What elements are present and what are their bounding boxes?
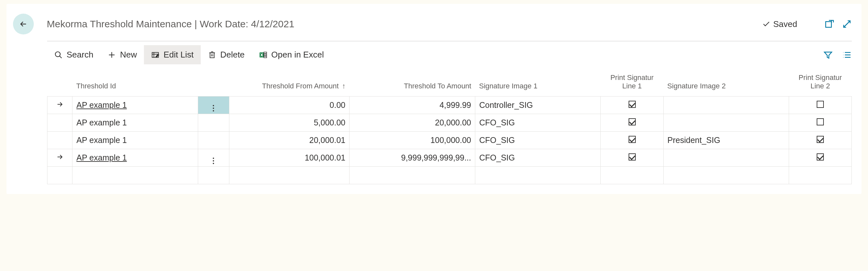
table-row[interactable]: AP example 120,000.01100,000.00CFO_SIGPr… (48, 131, 852, 149)
cell-line2[interactable] (789, 131, 851, 149)
svg-rect-5 (264, 52, 267, 53)
plus-icon (107, 51, 116, 59)
cell-to-amount[interactable]: 9,999,999,999,99... (349, 149, 475, 167)
search-button[interactable]: Search (47, 45, 100, 64)
row-indicator (48, 131, 72, 149)
saved-status: Saved (762, 19, 797, 29)
col-from-amount[interactable]: Threshold From Amount ↑ (229, 70, 349, 96)
list-view-icon[interactable] (842, 50, 852, 60)
new-label: New (120, 50, 137, 60)
edit-list-icon (151, 51, 159, 59)
checkbox-icon (817, 101, 824, 108)
row-menu-button[interactable] (198, 114, 229, 131)
sort-asc-icon: ↑ (342, 82, 346, 90)
cell-line1[interactable] (601, 131, 663, 149)
checkbox-icon (628, 101, 636, 108)
cell-from-amount[interactable]: 20,000.01 (229, 131, 349, 149)
cell-to-amount[interactable]: 4,999.99 (349, 96, 475, 114)
popout-icon[interactable] (825, 19, 834, 29)
col-to-amount[interactable]: Threshold To Amount (349, 70, 475, 96)
col-line1[interactable]: Print Signatur Line 1 (601, 70, 663, 96)
cell-from-amount[interactable]: 5,000.00 (229, 114, 349, 131)
svg-rect-0 (826, 22, 832, 28)
open-excel-button[interactable]: Open in Excel (252, 45, 331, 64)
checkbox-icon (628, 153, 636, 160)
svg-rect-3 (210, 53, 214, 58)
checkbox-icon (628, 136, 636, 143)
table-row-empty[interactable] (48, 167, 852, 184)
checkbox-icon (628, 118, 636, 125)
col-sig1[interactable]: Signature Image 1 (475, 70, 601, 96)
cell-sig2[interactable]: President_SIG (663, 131, 789, 149)
delete-button[interactable]: Delete (201, 45, 252, 64)
checkbox-icon (817, 153, 824, 160)
row-menu-button[interactable] (198, 96, 229, 114)
cell-line1[interactable] (601, 96, 663, 114)
cell-from-amount[interactable]: 0.00 (229, 96, 349, 114)
col-line2[interactable]: Print Signatur Line 2 (789, 70, 851, 96)
threshold-table: Threshold Id Threshold From Amount ↑ Thr… (47, 70, 852, 184)
cell-sig2[interactable] (663, 149, 789, 167)
cell-to-amount[interactable]: 100,000.00 (349, 131, 475, 149)
checkbox-icon (817, 136, 824, 143)
filter-icon[interactable] (823, 50, 833, 60)
cell-threshold-id[interactable]: AP example 1 (72, 114, 198, 131)
cell-threshold-id[interactable]: AP example 1 (72, 131, 198, 149)
table-row[interactable]: AP example 15,000.0020,000.00CFO_SIG (48, 114, 852, 131)
svg-rect-7 (264, 56, 267, 58)
cell-sig2[interactable] (663, 96, 789, 114)
cell-sig1[interactable]: CFO_SIG (475, 114, 601, 131)
cell-line2[interactable] (789, 149, 851, 167)
row-menu-button[interactable] (198, 131, 229, 149)
search-icon (54, 51, 63, 59)
saved-label: Saved (773, 19, 797, 29)
cell-threshold-id[interactable]: AP example 1 (72, 149, 198, 167)
edit-list-label: Edit List (163, 50, 194, 60)
svg-point-1 (55, 52, 60, 57)
expand-icon[interactable] (842, 19, 852, 29)
cell-from-amount[interactable]: 100,000.01 (229, 149, 349, 167)
cell-line1[interactable] (601, 114, 663, 131)
cell-sig1[interactable]: CFO_SIG (475, 149, 601, 167)
search-label: Search (67, 50, 93, 60)
arrow-left-icon (19, 20, 28, 29)
row-indicator (48, 114, 72, 131)
page-title: Mekorma Threshold Maintenance | Work Dat… (47, 19, 762, 30)
cell-sig1[interactable]: CFO_SIG (475, 131, 601, 149)
back-button[interactable] (13, 13, 34, 34)
row-indicator (48, 96, 72, 114)
table-row[interactable]: AP example 1100,000.019,999,999,999,99..… (48, 149, 852, 167)
cell-sig2[interactable] (663, 114, 789, 131)
edit-list-button[interactable]: Edit List (144, 45, 201, 64)
cell-threshold-id[interactable]: AP example 1 (72, 96, 198, 114)
cell-line2[interactable] (789, 96, 851, 114)
svg-rect-6 (264, 54, 267, 55)
col-threshold-id[interactable]: Threshold Id (72, 70, 198, 96)
checkbox-icon (817, 118, 824, 125)
delete-label: Delete (220, 50, 245, 60)
header-divider (47, 41, 852, 41)
open-excel-label: Open in Excel (271, 50, 324, 60)
check-icon (762, 20, 771, 28)
row-indicator (48, 149, 72, 167)
new-button[interactable]: New (100, 45, 144, 64)
cell-to-amount[interactable]: 20,000.00 (349, 114, 475, 131)
cell-sig1[interactable]: Controller_SIG (475, 96, 601, 114)
excel-icon (259, 51, 267, 59)
cell-line2[interactable] (789, 114, 851, 131)
toolbar: Search New Edit List Dele (47, 42, 852, 67)
cell-line1[interactable] (601, 149, 663, 167)
table-row[interactable]: AP example 10.004,999.99Controller_SIG (48, 96, 852, 114)
trash-icon (208, 51, 216, 59)
col-sig2[interactable]: Signature Image 2 (663, 70, 789, 96)
row-menu-button[interactable] (198, 149, 229, 167)
